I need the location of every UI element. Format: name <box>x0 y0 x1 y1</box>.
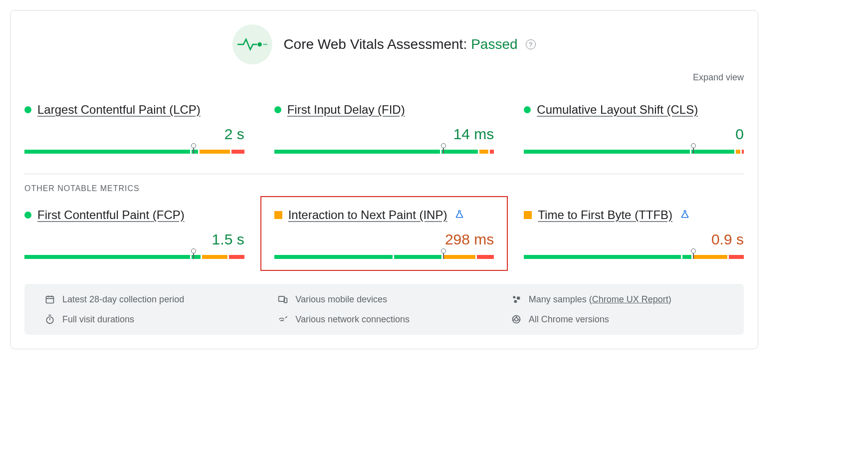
footer-samples: Many samples (Chrome UX Report) <box>511 294 724 305</box>
percentile-marker <box>193 252 194 259</box>
distribution-bar <box>524 250 744 259</box>
footer-devices: Various mobile devices <box>277 294 490 305</box>
status-good-icon <box>24 106 31 113</box>
assessment-title: Core Web Vitals Assessment: Passed ? <box>283 36 535 52</box>
assessment-header: Core Web Vitals Assessment: Passed ? <box>24 24 744 64</box>
svg-point-10 <box>514 318 518 321</box>
metric-inp: Interaction to Next Paint (INP)298 ms <box>274 208 494 259</box>
metric-label-link[interactable]: First Contentful Paint (FCP) <box>37 208 185 222</box>
metric-label-link[interactable]: Largest Contentful Paint (LCP) <box>37 103 201 117</box>
svg-point-7 <box>514 300 517 303</box>
metric-header: Largest Contentful Paint (LCP) <box>24 103 244 117</box>
percentile-marker <box>443 252 444 259</box>
footer-info: Latest 28-day collection period Various … <box>24 284 744 335</box>
core-web-vitals-card: Core Web Vitals Assessment: Passed ? Exp… <box>10 10 758 349</box>
status-good-icon <box>24 212 31 219</box>
core-metrics-grid: Largest Contentful Paint (LCP)2 sFirst I… <box>24 103 744 154</box>
flask-icon[interactable] <box>680 210 689 221</box>
svg-point-6 <box>516 296 520 300</box>
expand-view-link[interactable]: Expand view <box>693 72 744 82</box>
metric-header: First Input Delay (FID) <box>274 103 494 117</box>
metric-value: 0 <box>524 126 744 143</box>
metric-label-link[interactable]: Interaction to Next Paint (INP) <box>288 208 447 222</box>
metric-label-link[interactable]: First Input Delay (FID) <box>287 103 405 117</box>
status-good-icon <box>524 106 531 113</box>
network-icon <box>277 314 288 325</box>
footer-network: Various network connections <box>277 314 490 325</box>
percentile-marker <box>693 252 694 259</box>
divider <box>24 174 744 174</box>
metric-header: Time to First Byte (TTFB) <box>524 208 744 222</box>
footer-versions: All Chrome versions <box>511 314 724 325</box>
svg-rect-3 <box>279 296 285 301</box>
samples-icon <box>511 294 522 305</box>
other-metrics-grid: First Contentful Paint (FCP)1.5 sInterac… <box>24 208 744 259</box>
metric-label-link[interactable]: Time to First Byte (TTFB) <box>538 208 672 222</box>
metric-ttfb: Time to First Byte (TTFB)0.9 s <box>524 208 744 259</box>
distribution-bar <box>274 250 494 259</box>
percentile-marker <box>693 147 694 154</box>
status-good-icon <box>274 106 281 113</box>
svg-point-5 <box>513 296 515 298</box>
metric-value: 14 ms <box>274 126 494 143</box>
metric-value: 1.5 s <box>24 231 244 248</box>
devices-icon <box>277 294 288 305</box>
distribution-bar <box>524 145 744 154</box>
other-metrics-heading: OTHER NOTABLE METRICS <box>24 184 744 193</box>
status-needs-improvement-icon <box>524 211 532 219</box>
assessment-title-prefix: Core Web Vitals Assessment: <box>283 36 467 52</box>
stopwatch-icon <box>44 314 55 325</box>
help-icon[interactable]: ? <box>526 39 536 49</box>
svg-point-0 <box>258 42 262 47</box>
metric-lcp: Largest Contentful Paint (LCP)2 s <box>24 103 244 154</box>
chrome-icon <box>511 314 522 325</box>
svg-rect-2 <box>46 296 54 303</box>
metric-header: Interaction to Next Paint (INP) <box>274 208 494 222</box>
metric-cls: Cumulative Layout Shift (CLS)0 <box>524 103 744 154</box>
percentile-marker <box>443 147 444 154</box>
status-needs-improvement-icon <box>274 211 282 219</box>
distribution-bar <box>24 250 244 259</box>
metric-fcp: First Contentful Paint (FCP)1.5 s <box>24 208 244 259</box>
footer-collection-period: Latest 28-day collection period <box>44 294 257 305</box>
crux-report-link[interactable]: Chrome UX Report <box>592 294 668 304</box>
metric-value: 0.9 s <box>524 231 744 248</box>
metric-value: 298 ms <box>274 231 494 248</box>
metric-header: First Contentful Paint (FCP) <box>24 208 244 222</box>
distribution-bar <box>274 145 494 154</box>
metric-header: Cumulative Layout Shift (CLS) <box>524 103 744 117</box>
flask-icon[interactable] <box>455 210 464 221</box>
metric-label-link[interactable]: Cumulative Layout Shift (CLS) <box>537 103 698 117</box>
assessment-status: Passed <box>471 36 517 52</box>
metric-fid: First Input Delay (FID)14 ms <box>274 103 494 154</box>
vitals-pulse-icon <box>232 24 272 64</box>
distribution-bar <box>24 145 244 154</box>
percentile-marker <box>193 147 194 154</box>
calendar-icon <box>44 294 55 305</box>
metric-value: 2 s <box>24 126 244 143</box>
footer-durations: Full visit durations <box>44 314 257 325</box>
svg-rect-1 <box>263 44 268 45</box>
